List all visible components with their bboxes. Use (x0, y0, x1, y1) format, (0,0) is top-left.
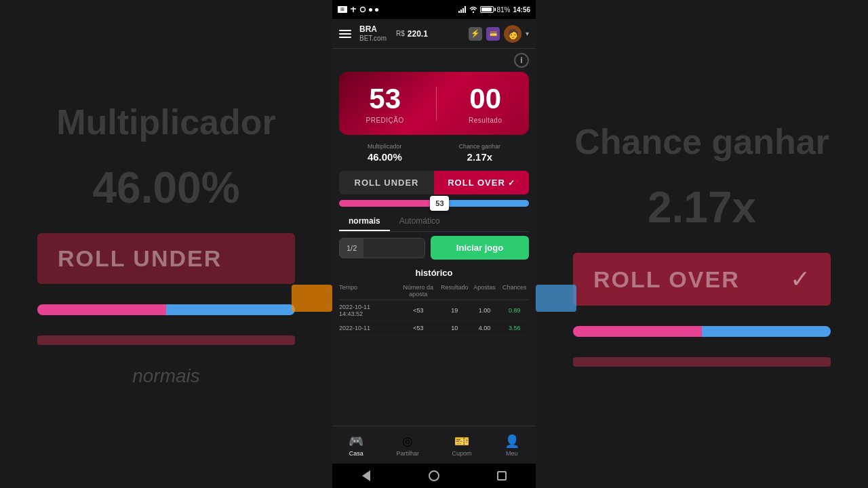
tab-normais[interactable]: normais (339, 212, 390, 231)
svg-rect-3 (462, 8, 464, 13)
prediction-card: 53 PREDIÇÃO 00 Resultado (339, 72, 529, 135)
svg-point-0 (361, 7, 366, 12)
logo: BRA BET.com (359, 25, 387, 41)
row2-apostas: 4.00 (470, 325, 498, 331)
roll-buttons: ROLL UNDER ROLL OVER ✓ (339, 171, 529, 195)
recent-icon (497, 471, 507, 481)
wifi-icon (469, 6, 477, 13)
currency-label: R$ (396, 30, 405, 37)
roll-over-checkmark: ✓ (508, 178, 515, 188)
back-button[interactable] (359, 469, 373, 483)
row2-bet: <53 (398, 325, 439, 331)
result-section: 00 Resultado (469, 83, 502, 124)
sim-icon: ⊞ (338, 6, 347, 13)
bg-multiplicador-label: Multiplicador (56, 102, 276, 142)
svg-point-5 (473, 12, 474, 13)
status-right-info: 81% 14:56 (458, 6, 530, 14)
bet-half-button[interactable]: 1/2 (340, 239, 363, 258)
prediction-divider (436, 87, 437, 121)
bg-slider (37, 304, 295, 315)
nav-item-meu[interactable]: 👤 Meu (505, 434, 519, 457)
bg-checkmark-icon: ✓ (790, 265, 810, 293)
cupom-label: Cupom (452, 450, 471, 457)
location-icon (350, 6, 357, 13)
row1-bet: <53 (398, 307, 439, 314)
app-header: BRA BET.com R$ 220.1 ⚡ 💳 🧑 ▾ (332, 19, 536, 49)
signal-icon (458, 6, 467, 13)
roll-over-label: ROLL OVER (448, 178, 505, 188)
row1-time: 2022-10-1114:43:52 (339, 304, 397, 317)
balance-area: R$ 220.1 (396, 29, 428, 39)
col-header-tempo: Tempo (339, 284, 397, 298)
wallet-icon[interactable]: 💳 (486, 27, 500, 41)
home-button[interactable] (427, 469, 441, 483)
balance-amount: 220.1 (408, 29, 428, 39)
row1-chances: 0.89 (500, 307, 529, 314)
info-icon[interactable]: i (514, 53, 529, 68)
history-title: histórico (339, 268, 529, 278)
logo-bottom: BET.com (359, 35, 387, 42)
svg-rect-2 (460, 9, 462, 13)
background-right: Chance ganhar 2.17x ROLL OVER ✓ (536, 0, 868, 488)
multiplier-stat-label: Multiplicador (368, 143, 402, 150)
bg-roll-over-banner: ROLL OVER ✓ (573, 253, 831, 306)
history-section: histórico Tempo Número da aposta Resulta… (332, 264, 536, 340)
tab-automatico[interactable]: Automático (390, 212, 450, 231)
status-left-icons: ⊞ (338, 6, 378, 13)
result-label: Resultado (469, 117, 502, 124)
partilhar-icon: ◎ (402, 434, 413, 449)
cupom-icon: 🎫 (454, 434, 469, 449)
side-blue-element (536, 285, 576, 312)
bet-input-wrapper: 1/2 x2 (339, 238, 425, 258)
bg-slider-right (573, 326, 831, 337)
chance-stat: Chance ganhar 2.17x (459, 143, 501, 163)
bg-roll-under-text: ROLL UNDER (58, 245, 275, 272)
row2-result: 10 (440, 325, 469, 331)
history-header: Tempo Número da aposta Resultado Apostas… (339, 282, 529, 300)
prediction-section: 53 PREDIÇÃO (366, 83, 404, 124)
start-game-button[interactable]: Iniciar jogo (431, 236, 529, 260)
col-header-apostas: Apostas (470, 284, 498, 298)
partilhar-label: Partilhar (397, 450, 420, 457)
casa-icon: 🎮 (349, 434, 363, 449)
nav-item-cupom[interactable]: 🎫 Cupom (452, 434, 471, 457)
col-header-chances: Chances (500, 284, 529, 298)
battery-level: 81% (496, 6, 510, 14)
dot1 (369, 8, 372, 12)
col-header-bet: Número da aposta (398, 284, 439, 298)
lightning-icon[interactable]: ⚡ (469, 27, 482, 41)
bg-percent-value: 46.00% (92, 163, 239, 213)
slider-track[interactable]: 53 (339, 200, 529, 207)
roll-under-button[interactable]: ROLL UNDER (339, 171, 434, 195)
slider-thumb[interactable]: 53 (430, 196, 449, 211)
menu-button[interactable] (339, 30, 351, 38)
chance-stat-label: Chance ganhar (459, 143, 501, 150)
home-icon (429, 470, 439, 481)
clock: 14:56 (513, 6, 530, 14)
phone-frame: ⊞ 81% 14:56 (332, 0, 536, 488)
status-bar: ⊞ 81% 14:56 (332, 0, 536, 19)
nav-item-partilhar[interactable]: ◎ Partilhar (397, 434, 420, 457)
prediction-label: PREDIÇÃO (366, 117, 404, 124)
bg-roll-over-text: ROLL OVER (593, 266, 740, 293)
logo-top: BRA (359, 25, 387, 34)
recent-button[interactable] (495, 469, 509, 483)
bg-roll-under-banner: ROLL UNDER (37, 233, 295, 284)
row1-result: 19 (440, 307, 469, 314)
slider-container: 53 (339, 200, 529, 207)
side-orange-element (292, 285, 332, 312)
avatar[interactable]: 🧑 (504, 25, 521, 43)
row1-apostas: 1.00 (470, 307, 498, 314)
bet-row: 1/2 x2 Iniciar jogo (339, 236, 529, 260)
stats-row: Multiplicador 46.00% Chance ganhar 2.17x (332, 138, 536, 168)
nav-item-casa[interactable]: 🎮 Casa (349, 434, 363, 457)
mode-tabs: normais Automático (339, 212, 529, 232)
roll-over-button[interactable]: ROLL OVER ✓ (434, 171, 529, 195)
system-nav (332, 464, 536, 488)
result-number: 00 (469, 83, 502, 115)
back-icon (362, 470, 370, 481)
meu-icon: 👤 (505, 434, 519, 449)
bet-amount-input[interactable] (363, 243, 425, 253)
svg-rect-1 (458, 11, 460, 13)
chevron-down-icon: ▾ (526, 30, 529, 37)
